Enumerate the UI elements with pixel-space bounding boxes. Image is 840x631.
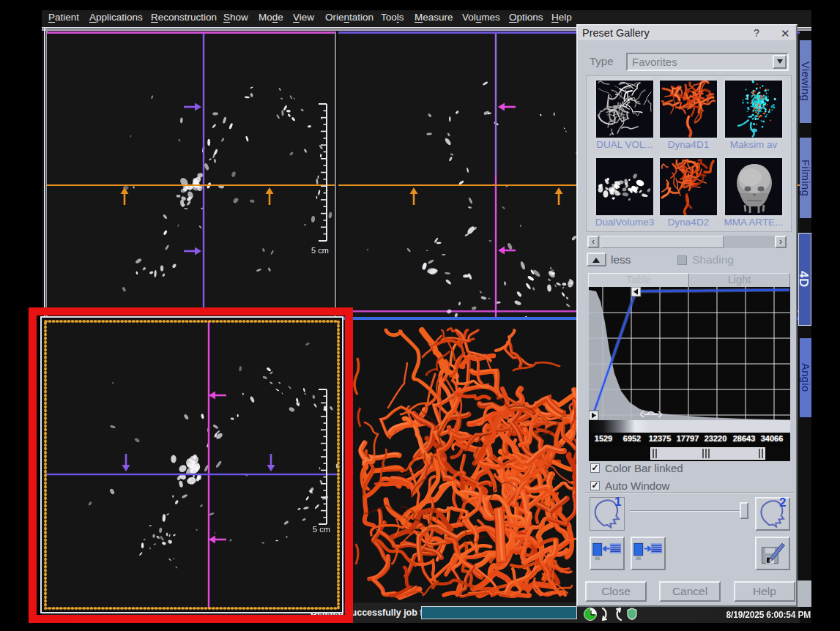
svg-text:5 cm: 5 cm [311,246,329,255]
